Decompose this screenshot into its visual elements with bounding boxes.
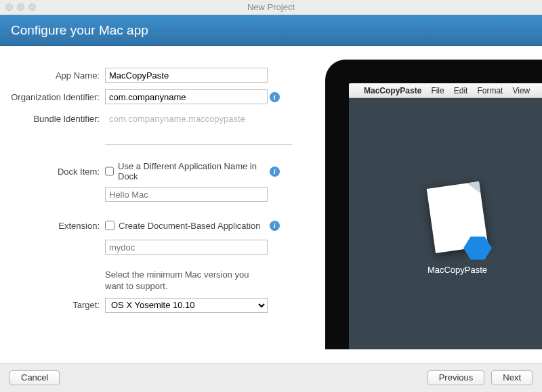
dock-item-checkbox-label: Use a Different Application Name in Dock [118, 161, 268, 181]
preview-menu-item: File [431, 86, 444, 95]
org-id-input[interactable] [105, 89, 268, 104]
preview-menu-item: View [512, 86, 530, 95]
info-icon[interactable]: i [270, 167, 280, 177]
extension-checkbox[interactable] [105, 221, 114, 230]
button-bar: Cancel Previous Next [0, 363, 542, 391]
app-name-input[interactable] [105, 68, 268, 83]
page-heading: Configure your Mac app [11, 23, 148, 38]
previous-button[interactable]: Previous [428, 370, 485, 385]
info-icon[interactable]: i [270, 221, 280, 231]
divider [105, 144, 292, 145]
extension-name-input [105, 240, 268, 255]
preview-menu-item: Edit [454, 86, 468, 95]
dock-item-checkbox[interactable] [105, 167, 114, 176]
preview-menu-item: Format [477, 86, 503, 95]
app-icon [427, 185, 488, 255]
preview-app-name: MacCopyPaste [364, 86, 421, 95]
bundle-id-label: Bundle Identifier: [0, 114, 105, 124]
extension-label: Extension: [0, 221, 105, 231]
preview-pane: MacCopyPaste File Edit Format View MacCo… [312, 60, 542, 349]
window-title: New Project [0, 2, 542, 12]
preview-menubar: MacCopyPaste File Edit Format View [349, 83, 542, 98]
window-titlebar: New Project [0, 0, 542, 15]
cancel-button[interactable]: Cancel [9, 370, 60, 385]
org-id-label: Organization Identifier: [0, 92, 105, 102]
target-label: Target: [0, 300, 105, 310]
header-banner: Configure your Mac app [0, 15, 542, 46]
device-frame: MacCopyPaste File Edit Format View MacCo… [325, 60, 542, 349]
configure-form: App Name: Organization Identifier: i Bun… [0, 46, 308, 318]
app-name-label: App Name: [0, 70, 105, 81]
info-icon[interactable]: i [270, 92, 280, 102]
target-select[interactable]: OS X Yosemite 10.10 [105, 298, 268, 313]
extension-checkbox-label: Create Document-Based Application [119, 221, 261, 231]
dock-item-label: Dock Item: [0, 167, 105, 177]
bundle-id-value: com.companyname.maccopypaste [105, 114, 268, 124]
target-help-text: Select the minimum Mac version you want … [105, 269, 268, 292]
preview-screen: MacCopyPaste File Edit Format View MacCo… [349, 83, 542, 349]
dock-item-name-input [105, 187, 268, 202]
app-icon-label: MacCopyPaste [428, 265, 487, 275]
next-button[interactable]: Next [491, 370, 533, 385]
